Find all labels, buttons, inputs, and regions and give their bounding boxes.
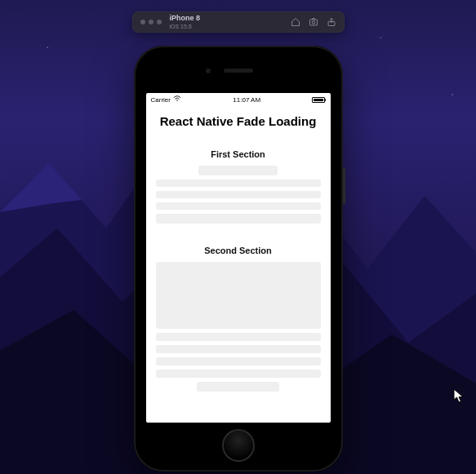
skeleton-line xyxy=(156,191,321,198)
screenshot-icon[interactable] xyxy=(309,17,318,27)
section-title-first: First Section xyxy=(156,149,321,159)
app-root: React Native Fade Loading First Section … xyxy=(146,106,331,423)
skeleton-bar xyxy=(197,382,279,392)
skeleton-line xyxy=(156,333,321,341)
svg-point-1 xyxy=(312,21,315,24)
svg-rect-0 xyxy=(309,20,317,25)
phone-screen[interactable]: Carrier 11:07 AM React Native Fade Loadi… xyxy=(146,93,331,423)
skeleton-line xyxy=(156,214,321,224)
close-dot[interactable] xyxy=(140,20,145,24)
skeleton-block xyxy=(156,262,321,329)
skeleton-line xyxy=(156,345,321,353)
phone-camera xyxy=(206,69,211,73)
ios-status-bar: Carrier 11:07 AM xyxy=(146,93,331,106)
simulator-toolbar: iPhone 8 iOS 15.0 xyxy=(132,11,345,33)
status-time: 11:07 AM xyxy=(233,96,260,104)
carrier-label: Carrier xyxy=(151,96,171,104)
page-title: React Native Fade Loading xyxy=(146,106,331,135)
zoom-dot[interactable] xyxy=(157,20,162,24)
skeleton-line xyxy=(156,179,321,187)
share-icon[interactable] xyxy=(327,17,336,27)
section-first: First Section xyxy=(146,135,331,231)
toolbar-actions xyxy=(291,17,336,27)
home-button[interactable] xyxy=(222,429,255,462)
home-icon[interactable] xyxy=(291,17,300,27)
status-left: Carrier xyxy=(151,95,181,104)
wifi-icon xyxy=(173,95,181,104)
minimize-dot[interactable] xyxy=(149,20,153,24)
skeleton-line xyxy=(156,370,321,378)
mouse-cursor-icon xyxy=(453,388,465,403)
device-name-label: iPhone 8 xyxy=(170,15,282,22)
section-second: Second Section xyxy=(146,231,331,399)
phone-speaker xyxy=(224,69,253,73)
window-traffic-lights[interactable] xyxy=(140,20,162,24)
device-os-label: iOS 15.0 xyxy=(170,24,282,29)
skeleton-line xyxy=(156,202,321,210)
phone-side-button xyxy=(343,168,345,204)
skeleton-line xyxy=(156,357,321,365)
skeleton-bar xyxy=(198,166,278,175)
device-info: iPhone 8 iOS 15.0 xyxy=(170,15,282,29)
iphone-frame: Carrier 11:07 AM React Native Fade Loadi… xyxy=(134,46,343,472)
battery-icon xyxy=(312,97,325,103)
section-title-second: Second Section xyxy=(156,246,321,255)
svg-point-3 xyxy=(176,100,178,101)
